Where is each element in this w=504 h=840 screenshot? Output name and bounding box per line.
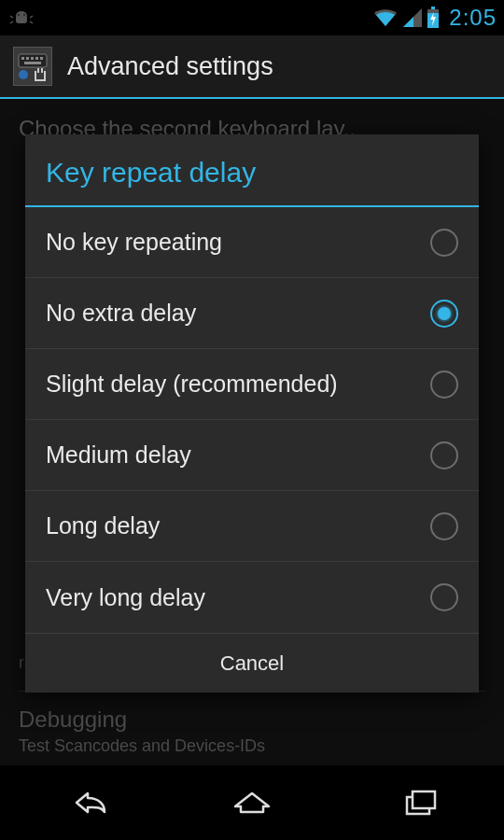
battery-icon xyxy=(427,7,440,29)
option-slight-delay[interactable]: Slight delay (recommended) xyxy=(25,349,479,420)
svg-rect-22 xyxy=(413,791,435,808)
option-very-long-delay[interactable]: Very long delay xyxy=(25,562,479,633)
radio-icon xyxy=(430,583,458,611)
svg-rect-12 xyxy=(21,57,24,60)
screen: 2:05 Advanced settings Choose the second… xyxy=(0,0,504,840)
navigation-bar xyxy=(0,765,504,840)
option-long-delay[interactable]: Long delay xyxy=(25,491,479,562)
svg-line-2 xyxy=(10,16,13,18)
svg-rect-11 xyxy=(19,54,47,67)
recents-button[interactable] xyxy=(364,775,476,831)
svg-rect-20 xyxy=(41,68,43,73)
bg-debugging-header: Debugging xyxy=(19,692,485,733)
radio-icon xyxy=(430,229,458,257)
status-clock: 2:05 xyxy=(449,5,497,31)
radio-icon xyxy=(430,441,458,469)
svg-line-5 xyxy=(30,21,33,23)
option-label: No extra delay xyxy=(46,300,196,327)
option-label: Very long delay xyxy=(46,584,205,611)
option-label: No key repeating xyxy=(46,229,222,256)
app-icon[interactable] xyxy=(13,47,52,86)
svg-line-4 xyxy=(10,21,13,23)
home-button[interactable] xyxy=(196,775,308,831)
svg-point-6 xyxy=(18,14,20,16)
debug-indicator xyxy=(7,8,35,27)
cancel-button-label: Cancel xyxy=(220,651,284,676)
svg-rect-16 xyxy=(40,57,43,60)
option-label: Long delay xyxy=(46,512,160,539)
svg-rect-13 xyxy=(26,57,29,60)
option-no-extra-delay[interactable]: No extra delay xyxy=(25,278,479,349)
svg-rect-15 xyxy=(35,57,38,60)
dialog-option-list: No key repeating No extra delay Slight d… xyxy=(25,207,479,633)
svg-line-3 xyxy=(30,16,33,18)
svg-rect-17 xyxy=(24,62,41,64)
svg-point-7 xyxy=(23,14,25,16)
option-label: Medium delay xyxy=(46,441,191,469)
svg-rect-14 xyxy=(31,57,34,60)
dialog-title: Key repeat delay xyxy=(25,134,479,207)
svg-point-18 xyxy=(19,70,28,79)
action-bar-title: Advanced settings xyxy=(67,52,273,81)
radio-icon xyxy=(430,300,458,328)
option-medium-delay[interactable]: Medium delay xyxy=(25,420,479,491)
action-bar: Advanced settings xyxy=(0,35,504,99)
back-button[interactable] xyxy=(28,775,140,831)
radio-icon xyxy=(430,512,458,540)
svg-rect-19 xyxy=(37,68,39,73)
dialog-button-bar: Cancel xyxy=(25,633,479,693)
option-label: Slight delay (recommended) xyxy=(46,371,338,398)
svg-rect-1 xyxy=(16,16,27,23)
option-no-key-repeating[interactable]: No key repeating xyxy=(25,207,479,278)
wifi-icon xyxy=(372,7,399,28)
cancel-button[interactable]: Cancel xyxy=(25,634,479,693)
dialog-key-repeat-delay: Key repeat delay No key repeating No ext… xyxy=(25,134,479,693)
svg-rect-8 xyxy=(431,7,435,9)
status-bar: 2:05 xyxy=(0,0,504,35)
bg-debugging-subtitle: Test Scancodes and Devices-IDs xyxy=(19,733,485,756)
radio-icon xyxy=(430,371,458,399)
cell-signal-icon xyxy=(402,7,423,28)
